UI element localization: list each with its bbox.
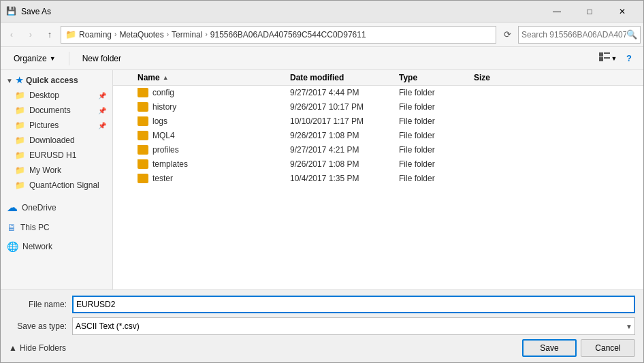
- sidebar-item-eurusd[interactable]: 📁 EURUSD H1: [1, 148, 112, 163]
- file-type-cell: File folder: [399, 174, 474, 183]
- folder-icon: [138, 159, 148, 169]
- path-segment-roaming: Roaming: [79, 30, 112, 40]
- file-date-cell: 9/26/2017 1:08 PM: [290, 131, 399, 140]
- svg-rect-3: [604, 57, 610, 59]
- search-input[interactable]: [521, 30, 626, 40]
- sidebar-item-quantaction[interactable]: 📁 QuantAction Signal: [1, 178, 112, 193]
- file-date-cell: 10/10/2017 1:17 PM: [290, 116, 399, 126]
- toolbar-separator: [69, 52, 69, 65]
- search-icon: 🔍: [626, 29, 637, 40]
- column-date[interactable]: Date modified: [290, 73, 399, 82]
- up-button[interactable]: ↑: [42, 27, 58, 43]
- address-path[interactable]: 📁 Roaming › MetaQuotes › Terminal › 9155…: [61, 26, 496, 44]
- window-icon: 💾: [6, 6, 17, 17]
- thispc-icon: 🖥: [7, 222, 16, 233]
- file-type-cell: File folder: [399, 145, 474, 155]
- column-name[interactable]: Name ▲: [113, 73, 290, 82]
- sidebar-item-thispc[interactable]: 🖥 This PC: [1, 219, 112, 236]
- sidebar-item-mywork[interactable]: 📁 My Work: [1, 163, 112, 178]
- quick-access-star-icon: ★: [16, 76, 23, 85]
- sidebar-item-downloaded[interactable]: 📁 Downloaded: [1, 133, 112, 148]
- column-type-label: Type: [399, 73, 417, 82]
- hide-folders-label: Hide Folders: [20, 343, 66, 353]
- sidebar-item-onedrive[interactable]: ☁ OneDrive: [1, 198, 112, 217]
- onedrive-icon: ☁: [7, 201, 18, 214]
- folder-icon: [138, 116, 148, 126]
- table-row: config 9/27/2017 4:44 PM File folder: [113, 86, 643, 100]
- save-as-type-select[interactable]: ASCII Text (*.csv) CSV (*.csv) Text (*.t…: [72, 317, 635, 335]
- sidebar-item-network[interactable]: 🌐 Network: [1, 238, 112, 255]
- hide-folders-chevron-icon: ▲: [9, 343, 17, 353]
- column-name-label: Name: [138, 73, 160, 82]
- path-segment-metaquotes: MetaQuotes: [119, 30, 163, 40]
- sidebar-item-label-desktop: Desktop: [29, 91, 59, 100]
- column-type[interactable]: Type: [399, 73, 474, 82]
- path-separator-2: ›: [167, 31, 169, 38]
- documents-folder-icon: 📁: [15, 106, 25, 115]
- folder-icon: [138, 102, 148, 112]
- sidebar-item-label-downloaded: Downloaded: [29, 136, 75, 145]
- help-button[interactable]: ?: [620, 50, 638, 67]
- title-bar: 💾 Save As — □ ✕: [1, 1, 643, 22]
- downloaded-folder-icon: 📁: [15, 136, 25, 145]
- column-date-label: Date modified: [290, 73, 344, 82]
- column-size[interactable]: Size: [474, 73, 528, 82]
- path-folder-icon: 📁: [65, 29, 76, 40]
- save-as-type-wrapper: ASCII Text (*.csv) CSV (*.csv) Text (*.t…: [72, 317, 635, 335]
- new-folder-button[interactable]: New folder: [75, 50, 129, 67]
- file-name-cell: history: [152, 102, 176, 112]
- file-rows-container: config 9/27/2017 4:44 PM File folder his…: [113, 86, 643, 186]
- organize-chevron-icon: ▼: [50, 55, 56, 62]
- save-button[interactable]: Save: [522, 339, 577, 357]
- sidebar-item-desktop[interactable]: 📁 Desktop 📌: [1, 88, 112, 103]
- search-box[interactable]: 🔍: [518, 26, 641, 44]
- maximize-button[interactable]: □: [574, 1, 605, 22]
- view-button[interactable]: ▼: [598, 50, 617, 67]
- toolbar-right: ▼ ?: [598, 50, 638, 67]
- organize-button[interactable]: Organize ▼: [6, 50, 63, 67]
- file-name-cell: profiles: [152, 145, 179, 155]
- window-title: Save As: [21, 7, 541, 16]
- file-date-cell: 9/26/2017 1:08 PM: [290, 159, 399, 169]
- hide-folders-button[interactable]: ▲ Hide Folders: [9, 343, 66, 353]
- path-separator-3: ›: [205, 31, 207, 38]
- main-area: ▼ ★ Quick access 📁 Desktop 📌 📁 Documents…: [1, 70, 643, 289]
- cancel-button[interactable]: Cancel: [581, 339, 635, 357]
- new-folder-label: New folder: [82, 54, 121, 63]
- sort-arrow-icon: ▲: [163, 74, 169, 81]
- content-area: Name ▲ Date modified Type Size config 9/…: [113, 70, 643, 289]
- file-date-cell: 9/27/2017 4:21 PM: [290, 145, 399, 155]
- sidebar-item-label-eurusd: EURUSD H1: [29, 151, 76, 160]
- svg-rect-1: [604, 52, 610, 54]
- refresh-button[interactable]: ⟳: [499, 27, 515, 43]
- pin-icon-documents: 📌: [98, 107, 106, 114]
- folder-icon: [138, 174, 148, 183]
- back-button[interactable]: ‹: [3, 27, 20, 43]
- toolbar: Organize ▼ New folder ▼ ?: [1, 47, 643, 70]
- quick-access-header[interactable]: ▼ ★ Quick access: [1, 73, 112, 88]
- saveastype-row: Save as type: ASCII Text (*.csv) CSV (*.…: [9, 317, 635, 335]
- pin-icon-pictures: 📌: [98, 122, 106, 129]
- forward-button[interactable]: ›: [22, 27, 39, 43]
- svg-rect-2: [599, 57, 603, 61]
- minimize-button[interactable]: —: [541, 1, 573, 22]
- sidebar-item-label-documents: Documents: [29, 106, 71, 115]
- sidebar-item-documents[interactable]: 📁 Documents 📌: [1, 103, 112, 118]
- quick-access-label: Quick access: [26, 76, 78, 85]
- close-button[interactable]: ✕: [607, 1, 638, 22]
- file-name-cell: config: [152, 88, 174, 97]
- table-row: tester 10/4/2017 1:35 PM File folder: [113, 172, 643, 186]
- path-segment-terminal: Terminal: [172, 30, 202, 40]
- view-icon: [599, 52, 610, 64]
- path-separator-1: ›: [114, 31, 116, 38]
- sidebar-item-pictures[interactable]: 📁 Pictures 📌: [1, 118, 112, 133]
- table-row: profiles 9/27/2017 4:21 PM File folder: [113, 143, 643, 157]
- eurusd-folder-icon: 📁: [15, 151, 25, 160]
- quick-access-chevron-icon: ▼: [6, 77, 13, 84]
- file-name-cell: logs: [152, 116, 167, 126]
- button-row: ▲ Hide Folders Save Cancel: [9, 339, 635, 357]
- sidebar-item-label-quantaction: QuantAction Signal: [29, 180, 99, 190]
- view-dropdown-icon: ▼: [611, 55, 617, 62]
- file-name-input[interactable]: [72, 296, 635, 313]
- column-size-label: Size: [474, 73, 490, 82]
